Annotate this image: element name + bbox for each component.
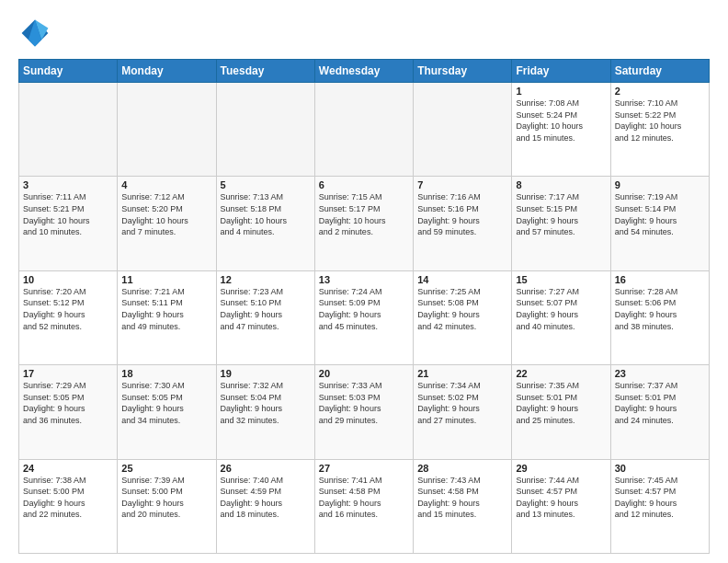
day-cell: 1Sunrise: 7:08 AM Sunset: 5:24 PM Daylig… [512,83,610,177]
day-number: 20 [319,368,409,379]
day-cell [414,83,512,177]
day-info: Sunrise: 7:40 AM Sunset: 4:59 PM Dayligh… [221,475,311,521]
day-cell: 23Sunrise: 7:37 AM Sunset: 5:01 PM Dayli… [610,365,709,459]
day-cell [118,83,216,177]
day-info: Sunrise: 7:16 AM Sunset: 5:16 PM Dayligh… [417,191,507,237]
day-cell: 10Sunrise: 7:20 AM Sunset: 5:12 PM Dayli… [19,270,118,364]
day-number: 9 [615,179,705,190]
day-info: Sunrise: 7:28 AM Sunset: 5:06 PM Dayligh… [615,286,705,332]
header [18,17,710,50]
logo-icon [18,17,51,50]
day-cell: 20Sunrise: 7:33 AM Sunset: 5:03 PM Dayli… [314,365,413,459]
day-number: 30 [615,463,705,474]
day-number: 6 [319,179,409,190]
day-info: Sunrise: 7:15 AM Sunset: 5:17 PM Dayligh… [319,191,409,237]
day-info: Sunrise: 7:23 AM Sunset: 5:10 PM Dayligh… [221,286,311,332]
day-cell: 30Sunrise: 7:45 AM Sunset: 4:57 PM Dayli… [610,459,709,553]
day-info: Sunrise: 7:38 AM Sunset: 5:00 PM Dayligh… [23,475,113,521]
day-info: Sunrise: 7:34 AM Sunset: 5:02 PM Dayligh… [417,380,507,426]
day-cell: 14Sunrise: 7:25 AM Sunset: 5:08 PM Dayli… [414,270,512,364]
day-number: 5 [221,179,311,190]
day-number: 15 [516,274,606,285]
day-number: 24 [23,463,113,474]
calendar: SundayMondayTuesdayWednesdayThursdayFrid… [18,59,710,554]
day-number: 25 [121,463,211,474]
day-info: Sunrise: 7:25 AM Sunset: 5:08 PM Dayligh… [417,286,507,332]
day-info: Sunrise: 7:19 AM Sunset: 5:14 PM Dayligh… [615,191,705,237]
day-cell: 12Sunrise: 7:23 AM Sunset: 5:10 PM Dayli… [216,270,314,364]
day-number: 28 [417,463,507,474]
day-cell: 24Sunrise: 7:38 AM Sunset: 5:00 PM Dayli… [19,459,118,553]
weekday-header-sunday: Sunday [19,60,118,83]
day-number: 21 [417,368,507,379]
day-cell: 15Sunrise: 7:27 AM Sunset: 5:07 PM Dayli… [512,270,610,364]
day-cell: 11Sunrise: 7:21 AM Sunset: 5:11 PM Dayli… [118,270,216,364]
day-cell: 22Sunrise: 7:35 AM Sunset: 5:01 PM Dayli… [512,365,610,459]
day-number: 8 [516,179,606,190]
day-cell: 28Sunrise: 7:43 AM Sunset: 4:58 PM Dayli… [414,459,512,553]
day-info: Sunrise: 7:24 AM Sunset: 5:09 PM Dayligh… [319,286,409,332]
day-info: Sunrise: 7:41 AM Sunset: 4:58 PM Dayligh… [319,475,409,521]
day-info: Sunrise: 7:33 AM Sunset: 5:03 PM Dayligh… [319,380,409,426]
day-number: 27 [319,463,409,474]
day-number: 14 [417,274,507,285]
day-info: Sunrise: 7:17 AM Sunset: 5:15 PM Dayligh… [516,191,606,237]
logo [18,17,57,50]
day-cell: 16Sunrise: 7:28 AM Sunset: 5:06 PM Dayli… [610,270,709,364]
day-number: 22 [516,368,606,379]
day-cell: 25Sunrise: 7:39 AM Sunset: 5:00 PM Dayli… [118,459,216,553]
day-cell: 17Sunrise: 7:29 AM Sunset: 5:05 PM Dayli… [19,365,118,459]
day-number: 26 [221,463,311,474]
weekday-header-saturday: Saturday [610,60,709,83]
day-number: 23 [615,368,705,379]
day-cell: 19Sunrise: 7:32 AM Sunset: 5:04 PM Dayli… [216,365,314,459]
day-info: Sunrise: 7:20 AM Sunset: 5:12 PM Dayligh… [23,286,113,332]
week-row-4: 17Sunrise: 7:29 AM Sunset: 5:05 PM Dayli… [19,365,710,459]
week-row-5: 24Sunrise: 7:38 AM Sunset: 5:00 PM Dayli… [19,459,710,553]
day-info: Sunrise: 7:29 AM Sunset: 5:05 PM Dayligh… [23,380,113,426]
day-info: Sunrise: 7:11 AM Sunset: 5:21 PM Dayligh… [23,191,113,237]
day-info: Sunrise: 7:12 AM Sunset: 5:20 PM Dayligh… [121,191,211,237]
day-number: 29 [516,463,606,474]
day-info: Sunrise: 7:10 AM Sunset: 5:22 PM Dayligh… [615,98,705,144]
day-number: 10 [23,274,113,285]
day-cell: 18Sunrise: 7:30 AM Sunset: 5:05 PM Dayli… [118,365,216,459]
day-info: Sunrise: 7:27 AM Sunset: 5:07 PM Dayligh… [516,286,606,332]
day-cell: 5Sunrise: 7:13 AM Sunset: 5:18 PM Daylig… [216,177,314,270]
day-info: Sunrise: 7:43 AM Sunset: 4:58 PM Dayligh… [417,475,507,521]
weekday-header-wednesday: Wednesday [314,60,413,83]
day-number: 12 [221,274,311,285]
day-cell [19,83,118,177]
day-cell: 9Sunrise: 7:19 AM Sunset: 5:14 PM Daylig… [610,177,709,270]
day-number: 7 [417,179,507,190]
day-cell: 3Sunrise: 7:11 AM Sunset: 5:21 PM Daylig… [19,177,118,270]
day-cell: 27Sunrise: 7:41 AM Sunset: 4:58 PM Dayli… [314,459,413,553]
day-info: Sunrise: 7:45 AM Sunset: 4:57 PM Dayligh… [615,475,705,521]
day-info: Sunrise: 7:13 AM Sunset: 5:18 PM Dayligh… [221,191,311,237]
day-cell: 7Sunrise: 7:16 AM Sunset: 5:16 PM Daylig… [414,177,512,270]
day-info: Sunrise: 7:32 AM Sunset: 5:04 PM Dayligh… [221,380,311,426]
day-cell: 8Sunrise: 7:17 AM Sunset: 5:15 PM Daylig… [512,177,610,270]
weekday-header-thursday: Thursday [414,60,512,83]
day-info: Sunrise: 7:08 AM Sunset: 5:24 PM Dayligh… [516,98,606,144]
day-info: Sunrise: 7:21 AM Sunset: 5:11 PM Dayligh… [121,286,211,332]
week-row-2: 3Sunrise: 7:11 AM Sunset: 5:21 PM Daylig… [19,177,710,270]
day-number: 1 [516,86,606,97]
day-info: Sunrise: 7:35 AM Sunset: 5:01 PM Dayligh… [516,380,606,426]
day-info: Sunrise: 7:30 AM Sunset: 5:05 PM Dayligh… [121,380,211,426]
day-info: Sunrise: 7:39 AM Sunset: 5:00 PM Dayligh… [121,475,211,521]
day-number: 4 [121,179,211,190]
day-number: 17 [23,368,113,379]
page: SundayMondayTuesdayWednesdayThursdayFrid… [0,0,728,563]
day-info: Sunrise: 7:37 AM Sunset: 5:01 PM Dayligh… [615,380,705,426]
weekday-header-tuesday: Tuesday [216,60,314,83]
day-number: 3 [23,179,113,190]
week-row-1: 1Sunrise: 7:08 AM Sunset: 5:24 PM Daylig… [19,83,710,177]
day-cell: 13Sunrise: 7:24 AM Sunset: 5:09 PM Dayli… [314,270,413,364]
day-cell: 6Sunrise: 7:15 AM Sunset: 5:17 PM Daylig… [314,177,413,270]
day-number: 11 [121,274,211,285]
day-info: Sunrise: 7:44 AM Sunset: 4:57 PM Dayligh… [516,475,606,521]
day-cell: 26Sunrise: 7:40 AM Sunset: 4:59 PM Dayli… [216,459,314,553]
weekday-header-monday: Monday [118,60,216,83]
day-cell [314,83,413,177]
